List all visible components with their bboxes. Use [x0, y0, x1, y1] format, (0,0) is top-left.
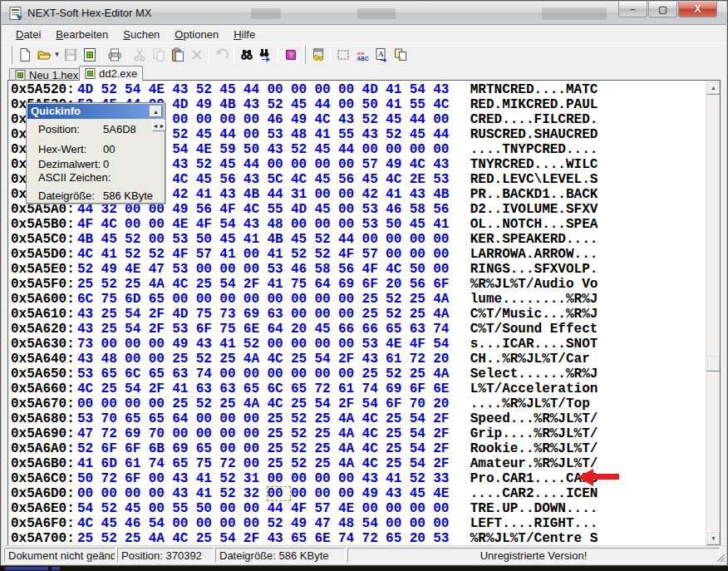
hex-byte[interactable]: 00 [125, 486, 149, 501]
hex-byte[interactable]: 50 [196, 232, 220, 247]
hex-byte[interactable]: 00 [243, 426, 268, 441]
hex-byte[interactable]: 2F [149, 381, 173, 396]
hex-byte[interactable]: 4E [149, 82, 173, 97]
hex-byte[interactable]: 6F [410, 381, 434, 396]
hex-byte[interactable]: 00 [243, 501, 268, 516]
hex-byte[interactable]: 00 [149, 396, 173, 411]
hex-byte[interactable]: 00 [172, 426, 196, 441]
hex-byte[interactable]: 66 [338, 322, 362, 337]
hex-byte[interactable]: 00 [362, 232, 386, 247]
collapse-arrow-icon[interactable]: ▲ [150, 106, 162, 117]
hex-byte[interactable]: 52 [172, 127, 196, 142]
hex-byte[interactable]: 45 [219, 157, 243, 172]
hex-byte[interactable]: 4A [338, 441, 362, 456]
hex-byte[interactable]: 45 [101, 232, 125, 247]
hex-byte[interactable]: 6C [125, 367, 149, 381]
hex-byte[interactable]: 58 [314, 262, 338, 277]
hex-byte[interactable]: 00 [410, 501, 434, 516]
hex-byte[interactable]: 52 [125, 247, 149, 262]
hex-byte[interactable]: 6F [125, 471, 149, 486]
hex-byte[interactable]: 2F [338, 396, 362, 411]
hex-byte[interactable]: 20 [433, 352, 457, 367]
hex-byte[interactable]: 4C [362, 411, 386, 426]
hex-byte[interactable]: 44 [338, 232, 362, 247]
hex-byte[interactable]: 25 [101, 322, 125, 337]
file-compare-button[interactable] [391, 46, 410, 64]
hex-byte[interactable]: 73 [77, 337, 101, 352]
save-button[interactable] [61, 46, 80, 64]
hex-byte[interactable]: 4F [291, 501, 315, 516]
ascii-column[interactable]: Rookie..%R%JL%T/ [470, 441, 598, 456]
hex-byte[interactable]: 00 [149, 352, 173, 367]
hex-byte[interactable]: 45 [410, 486, 434, 501]
hex-byte[interactable]: 56 [410, 277, 434, 292]
hex-byte[interactable]: 48 [101, 352, 125, 367]
hex-byte[interactable]: 4E [386, 337, 410, 352]
hex-byte[interactable]: 75 [291, 277, 315, 292]
hex-byte[interactable]: 4F [219, 202, 243, 217]
ascii-column[interactable]: RUSCRED.SHAUCRED [470, 127, 598, 142]
hex-byte[interactable]: 63 [267, 307, 291, 322]
hex-byte[interactable]: 61 [125, 456, 149, 471]
hex-byte[interactable]: 52 [196, 157, 220, 172]
hex-byte[interactable]: 52 [291, 456, 315, 471]
hex-byte[interactable]: 65 [386, 322, 410, 337]
hex-byte[interactable]: 69 [338, 277, 362, 292]
hex-byte[interactable]: 00 [314, 486, 338, 501]
hex-byte[interactable]: 25 [101, 307, 125, 322]
hex-byte[interactable]: 00 [149, 501, 173, 516]
hex-byte[interactable]: 57 [362, 247, 386, 262]
hex-byte[interactable]: 72 [314, 381, 338, 396]
hex-byte[interactable]: 43 [267, 142, 291, 157]
hex-byte[interactable]: 4D [362, 82, 386, 97]
hex-byte[interactable]: 2F [149, 307, 173, 322]
hex-byte[interactable]: 52 [267, 97, 291, 112]
hex-byte[interactable]: 52 [196, 396, 220, 411]
hex-byte[interactable]: 63 [410, 322, 434, 337]
ascii-column[interactable]: D2..IVOLUME.SFXV [470, 202, 598, 217]
hex-byte[interactable]: 54 [125, 82, 149, 97]
hex-byte[interactable]: 73 [219, 307, 243, 322]
hex-byte[interactable]: 00 [243, 112, 268, 127]
hex-byte[interactable]: 41 [172, 381, 196, 396]
hex-byte[interactable]: 00 [338, 202, 362, 217]
hex-byte[interactable]: 50 [362, 97, 386, 112]
hex-byte[interactable]: 56 [219, 172, 243, 187]
hex-byte[interactable]: 41 [386, 187, 410, 202]
ascii-column[interactable]: RED.MIKCRED.PAUL [470, 97, 598, 112]
ascii-column[interactable]: RED.LEVC\LEVEL.S [470, 172, 598, 187]
hex-byte[interactable]: 41 [219, 337, 243, 352]
hex-byte[interactable]: 52 [77, 441, 101, 456]
hex-byte[interactable]: 41 [386, 471, 410, 486]
hex-byte[interactable]: 58 [410, 202, 434, 217]
hex-byte[interactable]: 4A [433, 367, 457, 381]
hex-byte[interactable]: 2F [149, 322, 173, 337]
hex-byte[interactable]: 6F [196, 322, 220, 337]
hex-byte[interactable]: 50 [77, 471, 101, 486]
vertical-scrollbar[interactable]: ▲ ▼ [706, 81, 720, 545]
hex-byte[interactable]: 63 [196, 381, 220, 396]
hex-byte[interactable]: 74 [196, 367, 220, 381]
hex-byte[interactable]: 45 [196, 172, 220, 187]
hex-byte[interactable]: 43 [243, 97, 268, 112]
hex-byte[interactable]: 4B [433, 187, 457, 202]
hex-byte[interactable]: 00 [149, 486, 173, 501]
hex-byte[interactable]: 43 [267, 531, 291, 545]
hex-byte[interactable]: 50 [243, 142, 268, 157]
menu-datei[interactable]: Datei [8, 27, 48, 42]
hex-byte[interactable]: 53 [267, 262, 291, 277]
hex-byte[interactable]: 6E [243, 322, 268, 337]
hex-byte[interactable]: 41 [77, 456, 101, 471]
hex-byte[interactable]: 00 [433, 262, 457, 277]
hex-byte[interactable]: 54 [314, 396, 338, 411]
hex-byte[interactable]: 69 [386, 381, 410, 396]
hex-byte[interactable]: 25 [314, 456, 338, 471]
hex-byte[interactable]: 52 [291, 411, 315, 426]
hex-byte[interactable]: 2F [433, 456, 457, 471]
hex-byte[interactable]: 25 [314, 426, 338, 441]
hex-byte[interactable]: 43 [219, 187, 243, 202]
resize-grip[interactable] [716, 553, 726, 563]
hex-byte[interactable]: 44 [433, 127, 457, 142]
hex-byte[interactable]: 00 [433, 247, 457, 262]
hex-byte[interactable]: 45 [101, 516, 125, 531]
